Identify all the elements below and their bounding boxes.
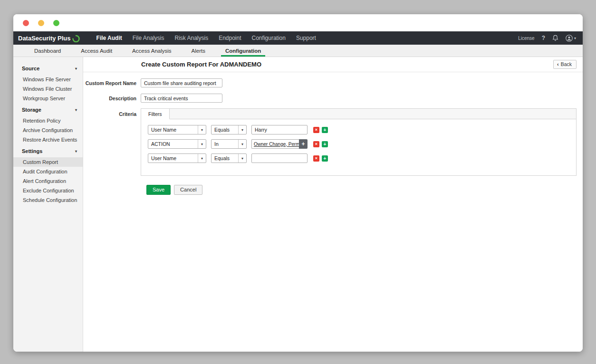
- chevron-down-icon: ▾: [238, 125, 246, 134]
- sidebar-item-windows-file-cluster[interactable]: Windows File Cluster: [13, 84, 83, 94]
- cancel-button[interactable]: Cancel: [174, 185, 202, 195]
- content-area: Source ▾ Windows File Server Windows Fil…: [13, 57, 583, 352]
- sidebar-item-schedule-configuration[interactable]: Schedule Configuration: [13, 195, 83, 205]
- sidebar-item-workgroup-server[interactable]: Workgroup Server: [13, 94, 83, 103]
- tab-dashboard[interactable]: Dashboard: [24, 45, 71, 57]
- operator-select[interactable]: Equals ▾: [211, 125, 247, 134]
- field-select[interactable]: User Name ▾: [148, 153, 206, 163]
- filter-row: User Name ▾ Equals ▾ × +: [148, 125, 576, 134]
- primary-nav: File Audit File Analysis Risk Analysis E…: [91, 31, 321, 45]
- picker-selected-values[interactable]: Owner Change, Permis...: [251, 139, 299, 149]
- operator-select-value: Equals: [211, 127, 238, 133]
- custom-report-name-input[interactable]: [141, 78, 222, 87]
- caret-down-icon: ▾: [75, 108, 77, 112]
- field-select[interactable]: User Name ▾: [148, 125, 206, 134]
- back-button-label: Back: [561, 61, 572, 67]
- sidebar-section-settings[interactable]: Settings ▾: [13, 144, 83, 157]
- nav-item-file-audit[interactable]: File Audit: [91, 31, 127, 45]
- nav-item-risk-analysis[interactable]: Risk Analysis: [169, 31, 213, 45]
- tab-configuration[interactable]: Configuration: [215, 45, 271, 57]
- chevron-down-icon: ▾: [198, 140, 206, 148]
- tab-filters[interactable]: Filters: [141, 109, 170, 119]
- caret-down-icon: ▾: [75, 149, 77, 153]
- nav-item-file-analysis[interactable]: File Analysis: [127, 31, 170, 45]
- add-filter-button[interactable]: +: [322, 127, 328, 133]
- filter-row: ACTION ▾ In ▾ Owner Change, Permis... +: [148, 139, 576, 149]
- back-button[interactable]: ‹ Back: [553, 60, 577, 69]
- help-button[interactable]: ?: [542, 35, 545, 41]
- sidebar: Source ▾ Windows File Server Windows Fil…: [13, 57, 83, 352]
- sidebar-section-storage[interactable]: Storage ▾: [13, 103, 83, 116]
- chevron-down-icon: ▾: [198, 154, 206, 163]
- form-row-description: Description: [83, 94, 583, 103]
- tab-access-audit[interactable]: Access Audit: [71, 45, 122, 57]
- custom-report-name-label: Custom Report Name: [83, 80, 136, 86]
- app-window: DataSecurity Plus File Audit File Analys…: [13, 14, 583, 352]
- sidebar-item-archive-configuration[interactable]: Archive Configuration: [13, 125, 83, 135]
- field-select-value: User Name: [148, 127, 198, 133]
- filter-value-input[interactable]: [251, 125, 308, 134]
- secondary-tabbar: Dashboard Access Audit Access Analysis A…: [13, 45, 583, 57]
- nav-item-configuration[interactable]: Configuration: [247, 31, 291, 45]
- bell-icon: [552, 35, 558, 41]
- page-title: Create Custom Report For ADMANDEMO: [141, 61, 261, 68]
- form-row-criteria: Criteria Filters User Name ▾: [83, 108, 583, 176]
- operator-select[interactable]: Equals ▾: [211, 153, 247, 163]
- license-link[interactable]: License: [518, 36, 534, 41]
- minimize-window-button[interactable]: [38, 20, 44, 26]
- sidebar-section-source[interactable]: Source ▾: [13, 62, 83, 75]
- notifications-button[interactable]: [552, 35, 558, 41]
- picker-add-button[interactable]: +: [299, 139, 308, 149]
- sidebar-item-custom-report[interactable]: Custom Report: [13, 157, 83, 167]
- field-select-value: User Name: [148, 155, 198, 161]
- sidebar-item-windows-file-server[interactable]: Windows File Server: [13, 75, 83, 84]
- user-icon: [566, 35, 573, 42]
- page-header: Create Custom Report For ADMANDEMO ‹ Bac…: [83, 57, 583, 72]
- caret-down-icon: ▾: [75, 67, 77, 71]
- sidebar-item-exclude-configuration[interactable]: Exclude Configuration: [13, 186, 83, 195]
- criteria-panel: Filters User Name ▾ Equals: [141, 108, 577, 176]
- form-actions: Save Cancel: [146, 185, 583, 195]
- window-titlebar: [13, 14, 583, 31]
- operator-select[interactable]: In ▾: [211, 139, 247, 149]
- user-menu-button[interactable]: ▾: [566, 35, 576, 42]
- operator-select-value: In: [211, 141, 238, 147]
- description-input[interactable]: [141, 94, 222, 103]
- field-select[interactable]: ACTION ▾: [148, 139, 206, 149]
- add-filter-button[interactable]: +: [322, 155, 328, 162]
- sidebar-item-retention-policy[interactable]: Retention Policy: [13, 116, 83, 125]
- criteria-label: Criteria: [83, 111, 136, 117]
- sidebar-item-audit-configuration[interactable]: Audit Configuration: [13, 167, 83, 176]
- navbar-right-cluster: License ? ▾: [518, 35, 576, 42]
- nav-item-endpoint[interactable]: Endpoint: [213, 31, 246, 45]
- main-panel: Create Custom Report For ADMANDEMO ‹ Bac…: [83, 57, 583, 352]
- brand-text: DataSecurity Plus: [18, 35, 71, 42]
- filter-value-input[interactable]: [251, 153, 308, 163]
- tab-access-analysis[interactable]: Access Analysis: [122, 45, 181, 57]
- chevron-down-icon: ▾: [238, 140, 246, 148]
- sidebar-section-title: Source: [22, 66, 39, 71]
- description-label: Description: [83, 96, 136, 101]
- remove-filter-button[interactable]: ×: [313, 127, 319, 133]
- field-select-value: ACTION: [148, 141, 198, 147]
- brand-logo[interactable]: DataSecurity Plus: [18, 34, 80, 42]
- add-filter-button[interactable]: +: [322, 141, 328, 147]
- filter-row: User Name ▾ Equals ▾ × +: [148, 153, 576, 163]
- remove-filter-button[interactable]: ×: [313, 155, 319, 162]
- brand-swoosh-icon: [72, 35, 80, 42]
- maximize-window-button[interactable]: [53, 20, 59, 26]
- tab-alerts[interactable]: Alerts: [182, 45, 215, 57]
- remove-filter-button[interactable]: ×: [313, 141, 319, 147]
- close-window-button[interactable]: [23, 20, 29, 26]
- sidebar-section-title: Settings: [22, 148, 42, 154]
- criteria-panel-tabs: Filters: [141, 109, 576, 119]
- sidebar-item-alert-configuration[interactable]: Alert Configuration: [13, 176, 83, 186]
- nav-item-support[interactable]: Support: [291, 31, 321, 45]
- custom-report-form: Custom Report Name Description Criteria …: [83, 72, 583, 195]
- chevron-left-icon: ‹: [557, 62, 559, 67]
- save-button[interactable]: Save: [146, 185, 171, 195]
- chevron-down-icon: ▾: [574, 36, 576, 40]
- sidebar-item-restore-archive-events[interactable]: Restore Archive Events: [13, 135, 83, 144]
- criteria-panel-body: User Name ▾ Equals ▾ × +: [141, 119, 576, 175]
- sidebar-section-title: Storage: [22, 107, 41, 113]
